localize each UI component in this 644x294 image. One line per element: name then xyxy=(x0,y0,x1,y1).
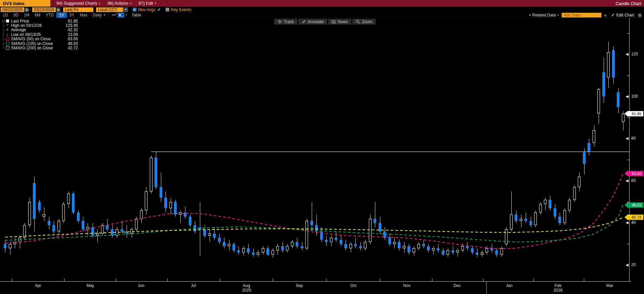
chevron-down-icon: ▾ xyxy=(155,2,157,5)
key-events-label: Key Events xyxy=(171,7,191,12)
period-button-1y[interactable]: 1Y xyxy=(56,12,67,18)
price-minor-tick xyxy=(627,117,629,118)
legend-row-3[interactable]: ⊥Low on 08/13/2523.59 xyxy=(1,32,78,37)
month-tick xyxy=(483,279,483,281)
legend-label: SMAVG (50) on Close xyxy=(11,37,51,41)
date-range-separator: - xyxy=(30,7,31,12)
period-button-1m[interactable]: 1M xyxy=(21,12,32,18)
legend-row-0[interactable]: ⊟Last Price91.85 xyxy=(1,19,78,23)
tree-branch xyxy=(1,32,5,37)
collapse-icon[interactable]: « xyxy=(604,13,606,18)
month-tick xyxy=(380,279,380,281)
range-toolbar: 1D3D1M6MYTD1Y5YMax Daily▼ ▾ Table + Rela… xyxy=(0,12,644,18)
avg-marker-icon: + xyxy=(5,28,10,32)
security-ticker[interactable]: OVX Index xyxy=(0,0,50,7)
swatch xyxy=(6,37,9,41)
period-button-ytd[interactable]: YTD xyxy=(43,12,56,18)
month-label-jul: Jul xyxy=(191,283,196,288)
menu-item-0[interactable]: 94) Suggested Charts▾ xyxy=(53,0,104,7)
add-data-input[interactable] xyxy=(562,13,601,17)
related-data-button[interactable]: + Related Data▾ xyxy=(529,13,558,17)
price-field-select[interactable]: Last Px xyxy=(63,7,93,12)
chevron-down-icon: ▾ xyxy=(130,2,132,5)
legend-row-6[interactable]: SMAVG (200) on Close42.72 xyxy=(1,46,78,50)
menu-bar: 94) Suggested Charts▾96) Actions▾97) Edi… xyxy=(53,0,160,7)
legend-label: SMAVG (100) on Close xyxy=(11,41,53,46)
price-axis-line xyxy=(629,18,630,281)
month-label-feb: Feb xyxy=(555,283,562,288)
chevron-down-icon[interactable]: ▾ xyxy=(123,7,128,12)
legend-row-2[interactable]: +Average42.32 xyxy=(1,28,78,32)
date-from-field[interactable]: 03/22/2025 xyxy=(1,7,24,12)
legend-label: SMAVG (200) on Close xyxy=(11,46,53,50)
title-bar: OVX Index 94) Suggested Charts▾96) Actio… xyxy=(0,0,644,7)
candle-chart-icon[interactable] xyxy=(118,13,124,17)
zoom-button[interactable]: Zoom xyxy=(352,19,376,24)
news-button[interactable]: News xyxy=(328,19,351,24)
legend-value: 23.59 xyxy=(68,32,78,37)
price-badge: 91.85 xyxy=(625,111,643,116)
price-minor-tick xyxy=(627,202,629,202)
key-events-checkbox[interactable] xyxy=(166,8,169,11)
track-button[interactable]: Track xyxy=(274,19,297,24)
period-button-3d[interactable]: 3D xyxy=(10,12,21,18)
tree-branch xyxy=(1,37,5,41)
high-marker-icon: ⊤ xyxy=(5,24,10,27)
chart-legend: ⊟Last Price91.85⊤High on 03/12/26125.99+… xyxy=(1,19,78,50)
pencil-icon xyxy=(611,13,615,17)
month-label-may: May xyxy=(87,283,94,288)
month-label-oct: Oct xyxy=(350,283,357,288)
frequency-select[interactable]: Daily▼ xyxy=(93,13,106,17)
divider xyxy=(108,13,109,17)
mov-avgs-checkbox[interactable]: ✓ xyxy=(133,8,136,11)
legend-value: 42.32 xyxy=(68,28,78,32)
tree-expand-icon[interactable]: ⊟ xyxy=(1,19,5,23)
price-tick-arrow xyxy=(626,264,629,266)
price-tick-label: 60 xyxy=(631,178,636,183)
legend-swatch-solid-icon xyxy=(5,19,10,22)
price-tick-arrow xyxy=(626,180,629,182)
pencil-icon[interactable] xyxy=(157,8,161,12)
currency-select[interactable]: Local CCY xyxy=(96,7,123,12)
menu-item-label: 96) Actions xyxy=(108,1,128,6)
period-button-max[interactable]: Max xyxy=(77,12,90,18)
menu-item-2[interactable]: 97) Edit▾ xyxy=(135,0,160,7)
legend-row-5[interactable]: SMAVG (100) on Close48.53 xyxy=(1,41,78,46)
calendar-icon[interactable]: ▦ xyxy=(25,7,29,12)
zoom-label: Zoom xyxy=(362,19,373,24)
price-minor-tick xyxy=(627,244,629,244)
annotate-button[interactable]: Annotate xyxy=(298,19,327,24)
chevron-down-icon: ▾ xyxy=(99,2,101,5)
legend-label: Last Price xyxy=(11,19,29,23)
edit-chart-button[interactable]: Edit Chart xyxy=(609,13,634,17)
price-tick-arrow xyxy=(626,137,629,140)
period-button-5y[interactable]: 5Y xyxy=(67,12,77,18)
year-label-2026: 2026 xyxy=(554,288,563,293)
gear-icon[interactable] xyxy=(638,13,642,17)
candlestick-chart[interactable] xyxy=(0,0,644,294)
legend-value: 42.72 xyxy=(68,46,78,50)
month-label-aug: Aug xyxy=(243,283,250,288)
table-button[interactable]: Table xyxy=(132,13,141,17)
legend-row-1[interactable]: ⊤High on 03/12/26125.99 xyxy=(1,23,78,28)
calendar-icon[interactable]: ▦ xyxy=(56,7,60,12)
period-button-1d[interactable]: 1D xyxy=(0,12,10,18)
menu-item-1[interactable]: 96) Actions▾ xyxy=(104,0,135,7)
year-label-2025: 2025 xyxy=(242,288,251,293)
line-chart-icon[interactable] xyxy=(111,13,118,17)
swatch xyxy=(6,46,9,50)
swatch xyxy=(6,19,9,22)
month-tick xyxy=(273,279,273,281)
tree-branch xyxy=(1,46,5,50)
period-buttons: 1D3D1M6MYTD1Y5YMax xyxy=(0,12,90,18)
legend-row-4[interactable]: SMAVG (50) on Close63.50 xyxy=(1,37,78,41)
year-divider-tick xyxy=(486,281,487,294)
legend-value: 125.99 xyxy=(66,23,78,28)
date-to-field[interactable]: 03/23/2026 xyxy=(32,7,56,12)
period-button-6m[interactable]: 6M xyxy=(32,12,43,18)
price-tick-label: 40 xyxy=(631,220,636,225)
swatch xyxy=(6,42,9,45)
low-marker-icon: ⊥ xyxy=(5,33,10,36)
chevron-down-icon[interactable]: ▾ xyxy=(126,13,127,16)
month-tick xyxy=(64,279,65,281)
